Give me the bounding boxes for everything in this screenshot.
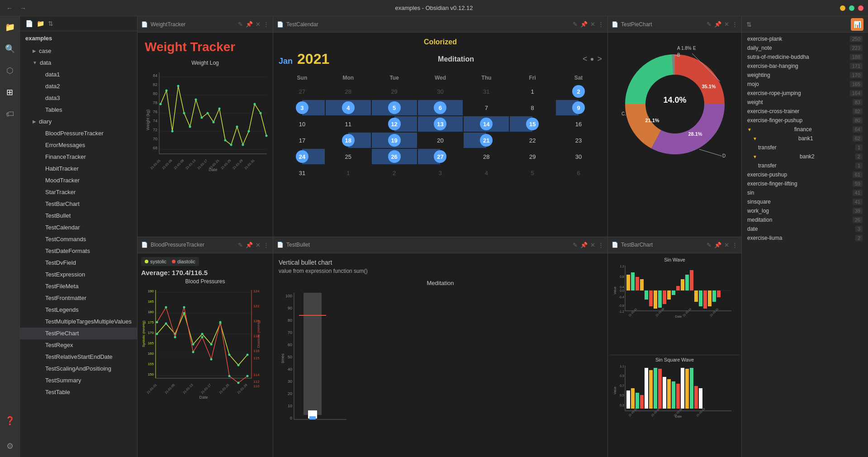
tag-row-exercise-finger-lifting[interactable]: exercise-finger-lifting59 bbox=[742, 179, 868, 188]
sidebar-item-testsummary[interactable]: TestSummary bbox=[20, 375, 137, 386]
pie-edit-icon[interactable]: ✎ bbox=[707, 21, 711, 28]
cal-day[interactable]: 13 bbox=[434, 118, 446, 130]
cal-day[interactable]: 3 bbox=[434, 167, 446, 179]
cal-day[interactable]: 29 bbox=[526, 150, 539, 163]
sidebar-item-financetracker[interactable]: FinanceTracker bbox=[20, 151, 137, 163]
maximize-button[interactable] bbox=[849, 5, 854, 11]
sidebar-item-data2[interactable]: data2 bbox=[20, 81, 137, 92]
cal-day[interactable]: 4 bbox=[480, 167, 493, 179]
sidebar-item-diary[interactable]: ▶diary bbox=[20, 116, 137, 128]
cal-day[interactable]: 22 bbox=[526, 134, 539, 147]
cal-day[interactable]: 15 bbox=[526, 118, 539, 130]
cal-day[interactable]: 21 bbox=[480, 134, 493, 147]
tag-row-meditation[interactable]: meditation26 bbox=[742, 215, 868, 224]
sidebar-item-errormessages[interactable]: ErrorMessages bbox=[20, 139, 137, 151]
tag-row-exercise-finger-pushup[interactable]: exercise-finger-pushup80 bbox=[742, 116, 868, 125]
cal-day[interactable]: 28 bbox=[480, 150, 493, 163]
sidebar-item-startracker[interactable]: StarTracker bbox=[20, 186, 137, 198]
tag-row-transfer[interactable]: transfer1 bbox=[742, 161, 868, 170]
edit-icon[interactable]: ✎ bbox=[238, 21, 243, 28]
cal-day[interactable]: 24 bbox=[296, 150, 308, 163]
bullet-more-icon[interactable]: ⋮ bbox=[598, 242, 604, 248]
tag-row-bank2[interactable]: ▼bank22 bbox=[742, 152, 868, 161]
tag-row-exercise-liuma[interactable]: exercise-liuma2 bbox=[742, 233, 868, 243]
cal-day[interactable]: 31 bbox=[296, 167, 308, 179]
sort-icon[interactable]: ⇅ bbox=[48, 20, 53, 27]
tag-row-bank1[interactable]: ▼bank162 bbox=[742, 134, 868, 143]
tags-icon[interactable]: 🏷 bbox=[3, 107, 17, 121]
sidebar-item-bloodpressuretracker[interactable]: BloodPressureTracker bbox=[20, 128, 137, 139]
sidebar-item-testfrontmatter[interactable]: TestFrontmatter bbox=[20, 292, 137, 304]
tag-row-work_log[interactable]: work_log39 bbox=[742, 206, 868, 215]
cal-close-icon[interactable]: ✕ bbox=[590, 21, 595, 28]
cal-day[interactable]: 1 bbox=[526, 85, 539, 98]
cal-day[interactable]: 5 bbox=[526, 167, 539, 179]
cal-day[interactable]: 11 bbox=[342, 118, 355, 130]
cal-day[interactable]: 12 bbox=[388, 118, 401, 130]
bp-tab[interactable]: BloodPressureTracker bbox=[151, 242, 235, 248]
cal-prev-button[interactable]: < bbox=[583, 54, 588, 64]
tag-row-exercise-plank[interactable]: exercise-plank250 bbox=[742, 34, 868, 43]
cal-day[interactable]: 27 bbox=[434, 150, 446, 163]
tag-row-sin[interactable]: sin41 bbox=[742, 188, 868, 197]
sidebar-item-testexpression[interactable]: TestExpression bbox=[20, 269, 137, 281]
sidebar-item-testmultipletargesmultiplevalues[interactable]: TestMultipleTargesMultipleValues bbox=[20, 316, 137, 328]
tag-row-daily_note[interactable]: daily_note223 bbox=[742, 43, 868, 52]
bar-close-icon[interactable]: ✕ bbox=[724, 242, 729, 248]
cal-day[interactable]: 16 bbox=[572, 118, 585, 130]
bar-more-icon[interactable]: ⋮ bbox=[732, 242, 738, 248]
cal-day[interactable]: 10 bbox=[296, 118, 308, 130]
cal-day[interactable]: 6 bbox=[572, 167, 585, 179]
minimize-button[interactable] bbox=[840, 5, 845, 11]
pie-pin-icon[interactable]: 📌 bbox=[714, 21, 721, 28]
cal-pin-icon[interactable]: 📌 bbox=[580, 21, 588, 28]
cal-day[interactable]: 3 bbox=[296, 101, 308, 114]
tag-row-weighting[interactable]: weighting170 bbox=[742, 71, 868, 80]
sidebar-item-testpiechart[interactable]: TestPieChart bbox=[20, 328, 137, 339]
bp-edit-icon[interactable]: ✎ bbox=[238, 242, 243, 248]
pie-tab[interactable]: TestPieChart bbox=[621, 21, 704, 28]
sidebar-item-testregex[interactable]: TestRegex bbox=[20, 339, 137, 351]
cal-next-button[interactable]: > bbox=[597, 54, 602, 64]
help-icon[interactable]: ❓ bbox=[3, 414, 17, 428]
cal-day[interactable]: 31 bbox=[480, 85, 493, 98]
tag-row-exercise-bar-hanging[interactable]: exercise-bar-hanging171 bbox=[742, 62, 868, 71]
tag-row-sutra-of-medicine-buddha[interactable]: sutra-of-medicine-buddha188 bbox=[742, 52, 868, 62]
plugins-icon[interactable]: ⊞ bbox=[3, 85, 17, 100]
tag-row-sinsquare[interactable]: sinsquare41 bbox=[742, 197, 868, 206]
back-button[interactable]: ← bbox=[5, 4, 14, 13]
settings-icon[interactable]: ⚙ bbox=[3, 439, 17, 453]
cal-day[interactable]: 28 bbox=[342, 85, 355, 98]
sidebar-item-testscalingandpositioing[interactable]: TestScalingAndPositioing bbox=[20, 363, 137, 375]
sidebar-item-testlegends[interactable]: TestLegends bbox=[20, 304, 137, 316]
graph-icon[interactable]: ⬡ bbox=[3, 63, 17, 78]
bp-pin-icon[interactable]: 📌 bbox=[246, 242, 253, 248]
cal-more-icon[interactable]: ⋮ bbox=[598, 21, 604, 28]
sidebar-item-data3[interactable]: data3 bbox=[20, 92, 137, 104]
sidebar-item-testbarchart[interactable]: TestBarChart bbox=[20, 198, 137, 210]
sidebar-item-testbullet[interactable]: TestBullet bbox=[20, 210, 137, 222]
forward-button[interactable]: → bbox=[18, 4, 28, 13]
close-button[interactable] bbox=[858, 5, 863, 11]
tag-row-exercise-pushup[interactable]: exercise-pushup61 bbox=[742, 170, 868, 179]
more-icon[interactable]: ⋮ bbox=[263, 21, 269, 28]
weight-tracker-tab[interactable]: WeightTracker bbox=[151, 21, 235, 28]
bar-tab[interactable]: TestBarChart bbox=[621, 242, 704, 248]
sidebar-item-testtable[interactable]: TestTable bbox=[20, 386, 137, 398]
sidebar-item-testcommands[interactable]: TestCommands bbox=[20, 233, 137, 245]
cal-edit-icon[interactable]: ✎ bbox=[573, 21, 578, 28]
sidebar-item-testdateformats[interactable]: TestDateFormats bbox=[20, 245, 137, 257]
cal-day[interactable]: 19 bbox=[388, 134, 401, 147]
bullet-tab[interactable]: TestBullet bbox=[286, 242, 570, 248]
tag-row-transfer[interactable]: transfer1 bbox=[742, 143, 868, 152]
cal-day[interactable]: 27 bbox=[296, 85, 308, 98]
sidebar-item-testrelativestartenddate[interactable]: TestRelativeStartEndDate bbox=[20, 351, 137, 363]
sort-tags-icon[interactable]: ⇅ bbox=[746, 21, 752, 28]
cal-day[interactable]: 9 bbox=[572, 101, 585, 114]
tag-row-date[interactable]: date3 bbox=[742, 224, 868, 233]
cal-day[interactable]: 4 bbox=[342, 101, 355, 114]
cal-day[interactable]: 30 bbox=[572, 150, 585, 163]
cal-day[interactable]: 30 bbox=[434, 85, 446, 98]
new-folder-icon[interactable]: 📁 bbox=[37, 20, 44, 27]
cal-day[interactable]: 25 bbox=[342, 150, 355, 163]
